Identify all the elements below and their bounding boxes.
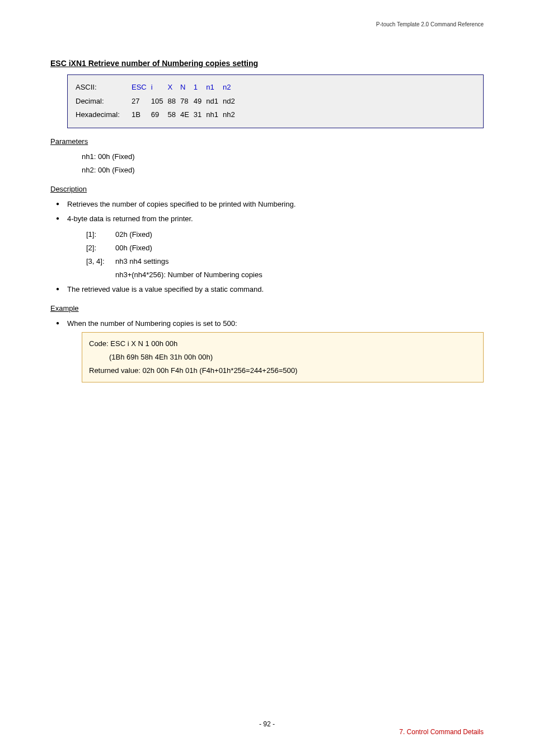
def-row: [3, 4]: nh3 nh4 settings xyxy=(86,255,484,268)
bullet-text: Retrieves the number of copies specified… xyxy=(67,200,296,208)
cell: 31 xyxy=(194,108,206,122)
param-line: nh1: 00h (Fixed) xyxy=(82,150,484,164)
cell: nh1 xyxy=(206,108,223,122)
cell: ESC xyxy=(132,81,151,95)
def-key: [2]: xyxy=(86,241,115,255)
example-list: When the number of Numbering copies is s… xyxy=(55,317,484,330)
example-line: Code: ESC i X N 1 00h 00h xyxy=(89,337,476,351)
bullet-text: When the number of Numbering copies is s… xyxy=(67,319,237,328)
cell: nh2 xyxy=(223,108,240,122)
def-key: [3, 4]: xyxy=(86,255,115,268)
def-list: [1]: 02h (Fixed) [2]: 00h (Fixed) [3, 4]… xyxy=(86,228,484,282)
example-line: (1Bh 69h 58h 4Eh 31h 00h 00h) xyxy=(89,351,476,364)
cell: 1 xyxy=(194,81,206,95)
cell: 69 xyxy=(151,108,168,122)
doc-header: P-touch Template 2.0 Command Reference xyxy=(376,21,484,27)
cell: 58 xyxy=(167,108,180,122)
cell: 78 xyxy=(180,95,194,109)
page-number: - 92 - xyxy=(0,720,534,728)
def-sub: nh3+(nh4*256): Number of Numbering copie… xyxy=(115,268,484,282)
cell: n2 xyxy=(223,81,240,95)
def-row: [1]: 02h (Fixed) xyxy=(86,228,484,241)
row-label: Decimal: xyxy=(76,95,132,109)
cell: 4E xyxy=(180,108,194,122)
description-list: Retrieves the number of copies specified… xyxy=(55,198,484,296)
parameters-heading: Parameters xyxy=(50,137,484,146)
desc-bullet: Retrieves the number of copies specified… xyxy=(55,198,484,211)
cell: 1B xyxy=(132,108,151,122)
cell: 88 xyxy=(167,95,180,109)
bullet-text: 4-byte data is returned from the printer… xyxy=(67,214,193,223)
row-label: Hexadecimal: xyxy=(76,108,132,122)
cell: X xyxy=(167,81,180,95)
cell: nd1 xyxy=(206,95,223,109)
bullet-text: The retrieved value is a value specified… xyxy=(67,285,264,293)
page-content: ESC iXN1 Retrieve number of Numbering co… xyxy=(0,0,534,382)
example-heading: Example xyxy=(50,304,484,312)
row-label: ASCII: xyxy=(76,81,132,95)
def-val: nh3 nh4 settings xyxy=(115,255,168,268)
def-val: 02h (Fixed) xyxy=(115,228,152,241)
def-row: [2]: 00h (Fixed) xyxy=(86,241,484,255)
cell: N xyxy=(180,81,194,95)
cell: 27 xyxy=(132,95,151,109)
code-table: ASCII: ESC i X N 1 n1 n2 Decimal: 27 105… xyxy=(67,74,484,128)
description-heading: Description xyxy=(50,185,484,193)
parameters-block: nh1: 00h (Fixed) nh2: 00h (Fixed) xyxy=(82,150,484,177)
cell: nd2 xyxy=(223,95,240,109)
cell: n1 xyxy=(206,81,223,95)
def-key: [1]: xyxy=(86,228,115,241)
example-bullet: When the number of Numbering copies is s… xyxy=(55,317,484,330)
cell: 105 xyxy=(151,95,168,109)
cell: i xyxy=(151,81,168,95)
cell: 49 xyxy=(194,95,206,109)
desc-bullet: 4-byte data is returned from the printer… xyxy=(55,212,484,282)
def-val: 00h (Fixed) xyxy=(115,241,152,255)
section-heading: ESC iXN1 Retrieve number of Numbering co… xyxy=(50,59,484,68)
desc-bullet: The retrieved value is a value specified… xyxy=(55,283,484,296)
code-row-ascii: ASCII: ESC i X N 1 n1 n2 xyxy=(76,81,240,95)
example-box: Code: ESC i X N 1 00h 00h (1Bh 69h 58h 4… xyxy=(82,332,484,382)
footer-section: 7. Control Command Details xyxy=(399,728,484,736)
code-row-decimal: Decimal: 27 105 88 78 49 nd1 nd2 xyxy=(76,95,240,109)
param-line: nh2: 00h (Fixed) xyxy=(82,164,484,177)
code-row-hex: Hexadecimal: 1B 69 58 4E 31 nh1 nh2 xyxy=(76,108,240,122)
example-line: Returned value: 02h 00h F4h 01h (F4h+01h… xyxy=(89,364,476,377)
